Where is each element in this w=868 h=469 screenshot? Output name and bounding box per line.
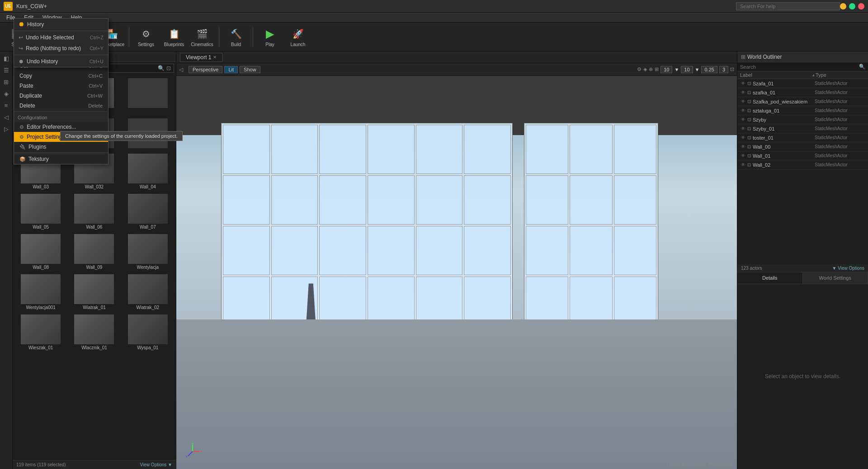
outliner-item-szyby[interactable]: 👁 ⊡ Szyby StaticMeshActor [737,115,868,124]
outliner-item-szafka-pod[interactable]: 👁 ⊡ Szafka_pod_wieszakiem StaticMeshActo… [737,97,868,106]
tekstury-item[interactable]: 📦 Tekstury [14,154,108,164]
vp-num-3[interactable]: 0.25 [701,66,717,73]
play-button[interactable]: ▶ Play [257,24,283,50]
details-empty-text: Select an object to view details. [765,373,840,380]
outliner-item-sztaluga[interactable]: 👁 ⊡ sztaluga_01 StaticMeshActor [737,106,868,115]
cinematics-button[interactable]: 🎬 Cinematics [189,24,215,50]
undo-hide-selected[interactable]: ↩ Undo Hide Selected Ctrl+Z [14,32,108,43]
item-label-szafka-pod: Szafka_pod_wieszakiem [753,99,815,104]
redo-nothing[interactable]: ↪ Redo (Nothing to redo) Ctrl+Y [14,43,108,54]
sidebar-icon-2[interactable]: ☰ [1,65,11,75]
asset-item-wall09[interactable]: Wall_09 [68,232,120,272]
rwp9 [614,226,657,275]
duplicate-label: Duplicate [19,93,42,99]
asset-item-wiatrak01[interactable]: Wiatrak_01 [68,272,120,312]
editor-pref-label: Editor Preferences... [27,124,76,130]
undo-history-label: Undo History [27,58,58,65]
sidebar-icon-5[interactable]: ≡ [1,100,11,110]
paste-label: Paste [19,83,33,89]
edit-paste[interactable]: Paste Ctrl+V [14,81,108,91]
vp-num-2[interactable]: 10 [681,66,693,73]
show-button[interactable]: Show [240,66,260,73]
outliner-item-szafa01[interactable]: 👁 ⊡ Szafa_01 StaticMeshActor [737,79,868,88]
tab-details[interactable]: Details [737,272,803,284]
mesh-icon-szyby01: ⊡ [747,126,751,131]
outliner-item-wall00[interactable]: 👁 ⊡ Wall_00 StaticMeshActor [737,142,868,151]
settings-icon: ⚙ [139,27,153,41]
edit-duplicate[interactable]: Duplicate Ctrl+W [14,91,108,101]
eye-icon-szyby01[interactable]: 👁 [741,126,745,131]
outliner-search-input[interactable] [740,64,859,70]
tekstury-label: Tekstury [28,156,49,162]
tab-world-settings[interactable]: World Settings [803,272,868,284]
search-for-help[interactable] [736,2,840,10]
eye-icon-szafka01[interactable]: 👁 [741,90,745,95]
asset-name-wall05: Wall_05 [33,225,49,230]
viewport-tab-1[interactable]: Viewport 1 ✕ [180,53,222,62]
outliner-search-icon[interactable]: 🔍 [859,64,865,70]
asset-item-wlacznik01[interactable]: Wlacznik_01 [68,313,120,352]
filter-icon[interactable]: ⊡ [166,65,171,71]
sidebar-icon-4[interactable]: ◈ [1,89,11,98]
close-button[interactable] [858,3,864,9]
asset-item-wall06[interactable]: Wall_06 [68,192,120,231]
viewport-arrow-left[interactable]: ◁ [179,66,183,73]
eye-icon-sztaluga[interactable]: 👁 [741,108,745,113]
blueprints-button[interactable]: 📋 Blueprints [161,24,187,50]
sidebar-icon-7[interactable]: ▷ [1,124,11,134]
undo-history[interactable]: ⏺ Undo History Ctrl+U [14,56,108,67]
vp-num-4[interactable]: 3 [719,66,728,73]
outliner-item-toster[interactable]: 👁 ⊡ toster_01 StaticMeshActor [737,133,868,142]
lit-button[interactable]: Lit [224,66,238,73]
item-label-wall02: Wall_02 [753,162,815,168]
eye-icon-szafka-pod[interactable]: 👁 [741,99,745,104]
asset-status-bar: 119 items (119 selected) View Options ▼ [13,460,176,469]
asset-item-wieszak01[interactable]: Wieszak_01 [14,313,67,352]
plugins-item[interactable]: 🔌 Plugins [14,142,108,152]
edit-copy[interactable]: Copy Ctrl+C [14,71,108,81]
asset-item-wentylacja001[interactable]: Wentylacja001 [14,272,67,312]
eye-icon-szafa01[interactable]: 👁 [741,81,745,86]
eye-icon-wall01[interactable]: 👁 [741,153,745,158]
asset-item-wall04[interactable]: Wall_04 [122,152,174,191]
mesh-icon-szyby: ⊡ [747,117,751,122]
redo-shortcut: Ctrl+Y [90,46,104,51]
outliner-view-options[interactable]: ▼ View Options [832,266,864,271]
search-icon[interactable]: 🔍 [158,65,165,71]
outliner-item-szyby01[interactable]: 👁 ⊡ Szyby_01 StaticMeshActor [737,124,868,133]
blueprints-icon: 📋 [167,27,181,41]
asset-item-wall05[interactable]: Wall_05 [14,192,67,231]
vp-num-1[interactable]: 10 [660,66,672,73]
outliner-item-wall01[interactable]: 👁 ⊡ Wall_01 StaticMeshActor [737,151,868,160]
settings-button[interactable]: ⚙ Settings [133,24,159,50]
minimize-button[interactable] [840,3,846,9]
viewport-tab-close[interactable]: ✕ [213,55,217,60]
sidebar-icon-6[interactable]: ◁ [1,112,11,122]
eye-icon-wall02[interactable]: 👁 [741,162,745,167]
asset-item-wall07[interactable]: Wall_07 [122,192,174,231]
asset-item-empty1[interactable] [122,76,174,116]
asset-item-wall08[interactable]: Wall_08 [14,232,67,272]
outliner-list: 👁 ⊡ Szafa_01 StaticMeshActor 👁 ⊡ szafka_… [737,79,868,264]
outliner-item-szafka01[interactable]: 👁 ⊡ szafka_01 StaticMeshActor [737,88,868,97]
asset-item-wentylacja[interactable]: Wentylacja [122,232,174,272]
asset-item-wyspa01[interactable]: Wyspa_01 [122,313,174,352]
view-options-button[interactable]: View Options ▼ [140,462,172,467]
eye-icon-toster[interactable]: 👁 [741,135,745,140]
outliner-item-wall02[interactable]: 👁 ⊡ Wall_02 StaticMeshActor [737,160,868,169]
editor-preferences[interactable]: ⚙ Editor Preferences... [14,122,108,132]
eye-icon-wall00[interactable]: 👁 [741,144,745,149]
sidebar-icon-3[interactable]: ⊞ [1,77,11,87]
eye-icon-szyby[interactable]: 👁 [741,117,745,122]
vp-icon-5: ▼ [674,67,679,72]
edit-delete[interactable]: Delete Delete [14,101,108,111]
rwp11 [570,277,613,326]
outliner-sort-icon[interactable]: ▲ [811,73,816,77]
asset-item-wiatrak02[interactable]: Wiatrak_02 [122,272,174,312]
sidebar-icon-1[interactable]: ◧ [1,53,11,63]
perspective-button[interactable]: Perspective [189,66,222,73]
launch-button[interactable]: 🚀 Launch [285,24,311,50]
maximize-button[interactable] [849,3,855,9]
outliner-type-col: Type [816,72,865,78]
build-button[interactable]: 🔨 Build [223,24,249,50]
